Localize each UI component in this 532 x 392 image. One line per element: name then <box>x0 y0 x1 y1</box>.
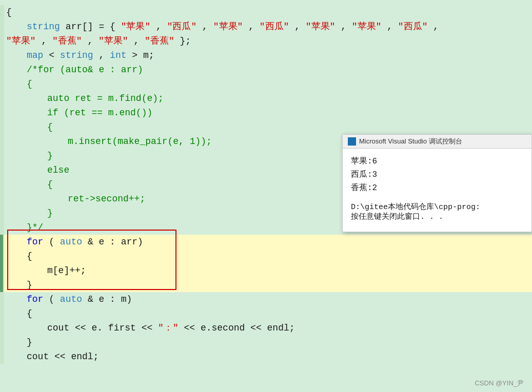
gutter-17 <box>0 235 4 249</box>
first-keyword: first <box>108 323 136 333</box>
gutter-16 <box>0 220 4 235</box>
gutter-19 <box>0 263 4 278</box>
code-line-7: auto ret = m.find(e); <box>0 91 532 106</box>
code-line-9: { <box>0 120 532 134</box>
code-line-2: string arr[] = { "苹果" , "西瓜" , "苹果" , "西… <box>0 19 532 34</box>
gutter-11 <box>0 149 4 163</box>
result-line-2: 西瓜:3 <box>351 168 523 181</box>
code-line-20: } <box>0 278 532 292</box>
gutter-1 <box>0 5 4 19</box>
console-window: Microsoft Visual Studio 调试控制台 苹果:6 西瓜:3 … <box>342 134 532 232</box>
gutter-4 <box>0 48 4 63</box>
gutter-15 <box>0 206 4 220</box>
gutter-23 <box>0 321 4 335</box>
console-title: Microsoft Visual Studio 调试控制台 <box>359 137 462 146</box>
code-line-4: map < string , int > m; <box>0 48 532 63</box>
gutter-22 <box>0 306 4 321</box>
gutter-25 <box>0 349 4 364</box>
code-line-18: { <box>0 249 532 263</box>
code-line-22: { <box>0 306 532 321</box>
gutter-14 <box>0 192 4 206</box>
vs-icon <box>348 137 356 146</box>
gutter-7 <box>0 91 4 106</box>
watermark: CSDN @YIN_尹 <box>475 379 524 388</box>
gutter-18 <box>0 249 4 263</box>
gutter-10 <box>0 134 4 149</box>
result-line-1: 苹果:6 <box>351 155 523 168</box>
code-editor: { string arr[] = { "苹果" , "西瓜" , "苹果" , … <box>0 0 532 392</box>
console-titlebar: Microsoft Visual Studio 调试控制台 <box>343 135 531 149</box>
code-line-19: m[e]++; <box>0 263 532 278</box>
code-line-5: /*for (auto& e : arr) <box>0 63 532 77</box>
code-line-21: for ( auto & e : m) <box>0 292 532 306</box>
gutter-21 <box>0 292 4 306</box>
gutter-2 <box>0 19 4 34</box>
gutter-6 <box>0 77 4 91</box>
code-line-23: cout << e. first << "：" << e.second << e… <box>0 321 532 335</box>
code-line-6: { <box>0 77 532 91</box>
code-line-1: { <box>0 5 532 19</box>
console-body: 苹果:6 西瓜:3 香蕉:2 D:\gitee本地代码仓库\cpp-prog: … <box>343 149 531 232</box>
code-line-3: "苹果" , "香蕉" , "苹果" , "香蕉" }; <box>0 34 532 48</box>
gutter-8 <box>0 106 4 120</box>
gutter-3 <box>0 34 4 48</box>
gutter-5 <box>0 63 4 77</box>
code-line-17: for ( auto & e : arr) <box>0 235 532 249</box>
code-line-24: } <box>0 335 532 349</box>
gutter-13 <box>0 177 4 192</box>
gutter-9 <box>0 120 4 134</box>
gutter-20 <box>0 278 4 292</box>
gutter-12 <box>0 163 4 177</box>
console-press-key: 按任意键关闭此窗口. . . <box>351 212 523 221</box>
code-line-25: cout << endl; <box>0 349 532 364</box>
result-line-3: 香蕉:2 <box>351 181 523 195</box>
console-path: D:\gitee本地代码仓库\cpp-prog: <box>351 202 523 212</box>
gutter-24 <box>0 335 4 349</box>
code-line-8: if (ret == m.end()) <box>0 106 532 120</box>
